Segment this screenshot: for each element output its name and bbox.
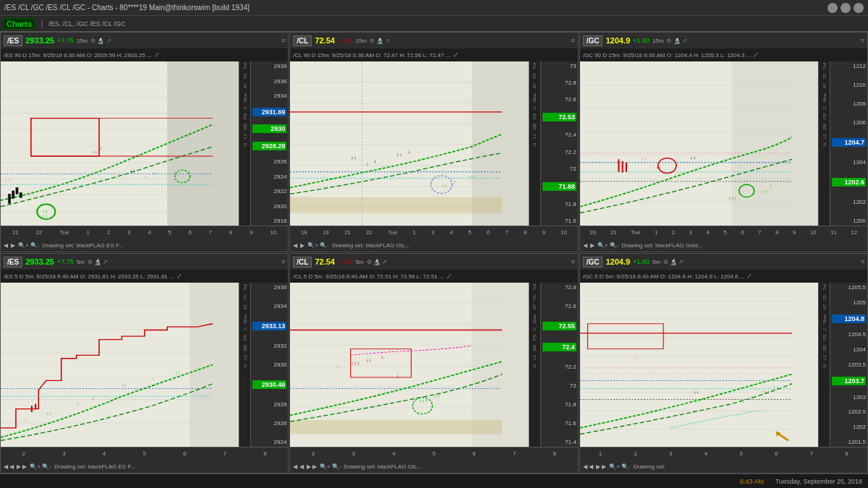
svg-rect-94 — [35, 404, 36, 409]
nav-prev-cl5[interactable]: ◀ ◀ — [293, 463, 303, 470]
nav-prev-cl[interactable]: ◀ — [293, 242, 297, 249]
chart-header-es-5m: /ES 2933.25 +7.75 5m ⚙ 🔬 ↗ ≡ — [1, 254, 288, 270]
chart-bottom-bar-cl-15m: ◀ ▶ 🔍+ 🔍- Drawing set: blackFLAG OIL... — [290, 239, 577, 252]
chart-body-gc-15m[interactable]: ↓↓ ↓↓ ↓↓ ↑↑↑ ↑↑ ↑ 1212 1210 — [580, 61, 867, 226]
side-panel-gc-5m: Trd TS AT Btns C PS DB L2 N — [818, 283, 830, 447]
svg-text:↓: ↓ — [23, 418, 26, 422]
nav-next-gc[interactable]: ▶ — [590, 242, 595, 249]
nav-next-cl5[interactable]: ▶ ▶ — [307, 463, 317, 470]
icons-cl-5m: ⚙ 🔬 ↗ — [367, 259, 387, 265]
zoom-tools-cl: 🔍+ 🔍- — [307, 242, 329, 249]
chart-body-gc-5m[interactable]: ↑↑ ↑ ↑↑↑ ↑↑ ↓↓ ↓↓ 1205.5 12 — [580, 283, 867, 447]
time-axis-es-5m: 2345678 — [1, 447, 288, 460]
close-btn[interactable] — [854, 3, 864, 13]
time-labels-cl-15m: 18192122Tue1345678910 — [293, 229, 574, 236]
nav-prev-es5[interactable]: ◀ ◀ — [4, 463, 14, 470]
price-cl-5m: 72.54 — [315, 257, 335, 266]
svg-text:↑↑: ↑↑ — [739, 398, 744, 403]
svg-text:↑↑: ↑↑ — [434, 393, 440, 399]
menu-es-15m[interactable]: ≡ — [281, 37, 285, 44]
chart-header-cl-5m: /CL 72.54 -1.46 5m ⚙ 🔬 ↗ ≡ — [290, 254, 577, 270]
timeframe-cl-5m[interactable]: 5m — [355, 259, 363, 265]
chart-panel-es-15m: /ES 2933.25 +7.75 15m ⚙ 🔬 ↗ ≡ /ES 90 D 1… — [0, 32, 289, 252]
nav-next[interactable]: ▶ — [11, 242, 15, 249]
svg-rect-16 — [8, 194, 10, 203]
nav-next-es5[interactable]: ▶ ▶ — [17, 463, 27, 470]
c-label: C — [243, 106, 247, 109]
price-highlight-gc-15m-2: 1202.6 — [832, 178, 866, 187]
btns-label: Btns — [243, 93, 247, 102]
timeframe-cl-15m[interactable]: 15m — [355, 38, 367, 44]
chart-title-gc-5m: /GC 5 D 5m: 9/25/18 6:40 AM O: 1204.6 H:… — [580, 270, 867, 283]
drawing-set-es-15m: Drawing set: blackFLAG ES F... — [43, 242, 124, 249]
nav-next-gc5[interactable]: ▶ ▶ — [596, 463, 606, 470]
nav-prev-gc5[interactable]: ◀ ◀ — [583, 463, 593, 470]
drawing-set-cl-15m: Drawing set: blackFLAG OIL... — [332, 242, 410, 249]
menu-gc-15m[interactable]: ≡ — [861, 37, 864, 44]
time-axis-cl-5m: 2345678 — [290, 447, 577, 460]
symbol-es-15m[interactable]: /ES — [4, 35, 22, 46]
symbol-cl-5m[interactable]: /CL — [293, 257, 312, 267]
svg-rect-17 — [12, 191, 14, 198]
time-labels-es-15m: 2122Tue12345678910 — [4, 229, 285, 236]
db-label: DB — [243, 124, 247, 129]
svg-text:↓: ↓ — [408, 148, 411, 154]
chart-canvas-es-5m: ↑↑ ↑ ↓ ↑↑ ↑ ↑↑ ↓ — [1, 283, 250, 447]
chart-body-cl-5m[interactable]: ↓↓↓ ↓↓ ↓ ↓↓ ↑↑↑ ↑↑ ↓ — [290, 283, 577, 447]
time-labels-es-5m: 2345678 — [4, 450, 285, 457]
timeframe-gc-15m[interactable]: 15m — [652, 38, 664, 44]
price-cl-15m: 72.54 — [315, 36, 335, 45]
svg-text:↑: ↑ — [769, 183, 772, 189]
chart-title-es-15m: /ES 90 D 15m: 9/25/18 6:30 AM O: 2929.59… — [1, 48, 288, 61]
expand-es-15m[interactable]: ⤢ — [154, 51, 160, 59]
chart-body-es-5m[interactable]: ↑↑ ↑ ↓ ↑↑ ↑ ↑↑ ↓ 2936 2934 2933.13 — [1, 283, 288, 447]
maximize-btn[interactable] — [841, 3, 851, 13]
expand-gc-15m[interactable]: ⤢ — [753, 51, 759, 59]
charts-label[interactable]: Charts — [3, 18, 35, 30]
window-controls — [827, 3, 864, 13]
symbol-cl-15m[interactable]: /CL — [293, 35, 312, 46]
expand-es-5m[interactable]: ⤢ — [176, 273, 182, 280]
svg-rect-40 — [290, 197, 502, 213]
menu-cl-15m[interactable]: ≡ — [571, 37, 574, 44]
svg-text:↑↑: ↑↑ — [152, 171, 157, 176]
status-time: 6:43 AM — [740, 478, 764, 485]
nav-next-cl[interactable]: ▶ — [300, 242, 305, 249]
svg-text:↓↓: ↓↓ — [92, 148, 98, 154]
nav-prev[interactable]: ◀ — [4, 242, 8, 249]
expand-cl-5m[interactable]: ⤢ — [446, 273, 452, 280]
chart-canvas-gc-5m: ↑↑ ↑ ↑↑↑ ↑↑ ↓↓ ↓↓ — [580, 283, 830, 447]
symbol-gc-15m[interactable]: /GC — [583, 35, 603, 46]
svg-text:↓↓: ↓↓ — [396, 152, 402, 158]
chart-header-es-15m: /ES 2933.25 +7.75 15m ⚙ 🔬 ↗ ≡ — [1, 33, 288, 48]
zoom-tools-cl5: 🔍+ 🔍- — [320, 463, 341, 470]
menu-cl-5m[interactable]: ≡ — [571, 258, 574, 265]
timeframe-es-15m[interactable]: 15m — [77, 38, 88, 44]
chart-body-cl-15m[interactable]: ↓↓ ↓ ↓ ↓↓ ↓ ↑↑ ↑ ↑↑↑ — [290, 61, 577, 226]
menu-es-5m[interactable]: ≡ — [281, 258, 285, 265]
svg-text:↓↓: ↓↓ — [640, 155, 646, 160]
chart-header-cl-15m: /CL 72.54 -1.46 15m ⚙ 🔬 ↗ ≡ — [290, 33, 577, 48]
nav-prev-gc[interactable]: ◀ — [583, 242, 587, 249]
timeframe-gc-5m[interactable]: 5m — [652, 259, 660, 265]
chart-body-es-15m[interactable]: ↑↑↑ ↑↑ ↓↓ ↓ ↑ ↑↑ ↓↓ ↓↓ — [1, 61, 288, 226]
price-highlight-es-15m-3: 2928.28 — [252, 142, 286, 150]
change-gc-5m: +1.60 — [633, 258, 650, 265]
drawing-set-gc-15m: Drawing set: blackFLAG Gold... — [621, 242, 702, 249]
svg-rect-18 — [16, 188, 18, 194]
svg-rect-74 — [621, 161, 623, 173]
expand-gc-5m[interactable]: ⤢ — [746, 273, 752, 280]
price-highlight-gc-5m-1: 1204.8 — [832, 314, 866, 323]
symbol-gc-5m[interactable]: /GC — [583, 257, 603, 267]
symbol-es-5m[interactable]: /ES — [4, 257, 22, 267]
chart-bottom-bar-es-15m: ◀ ▶ 🔍+ 🔍- Drawing set: blackFLAG ES F... — [1, 239, 288, 252]
minimize-btn[interactable] — [827, 3, 838, 13]
menu-gc-5m[interactable]: ≡ — [861, 258, 864, 265]
timeframe-es-5m[interactable]: 5m — [77, 259, 85, 265]
svg-text:↓: ↓ — [373, 158, 376, 163]
svg-text:↓: ↓ — [381, 354, 384, 359]
expand-cl-15m[interactable]: ⤢ — [453, 51, 459, 59]
icons-gc-15m: ⚙ 🔬 ↗ — [666, 38, 686, 44]
svg-rect-116 — [580, 283, 830, 447]
zoom-tools-gc: 🔍+ 🔍- — [597, 242, 619, 249]
